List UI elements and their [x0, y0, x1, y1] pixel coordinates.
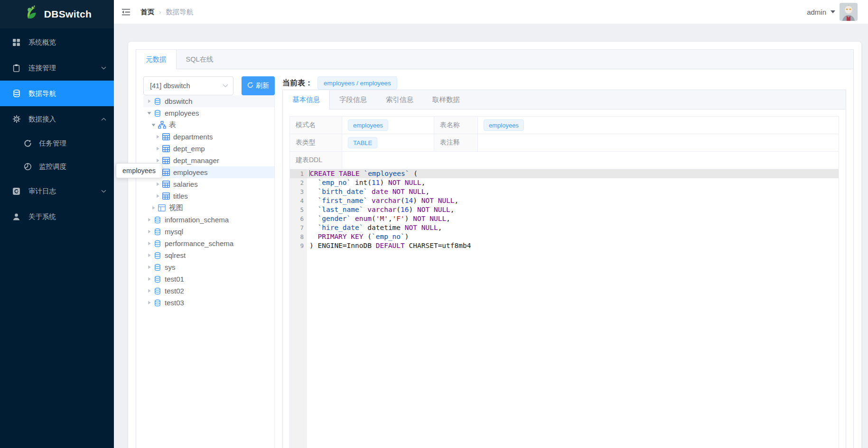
- caret-right-icon[interactable]: [154, 181, 161, 188]
- caret-right-icon[interactable]: [146, 299, 153, 306]
- tree-node-label: salaries: [173, 180, 198, 188]
- sidebar-item-data-access[interactable]: 数据接入: [0, 106, 114, 132]
- db-tree-icon: [154, 240, 162, 247]
- sidebar-collapse-icon[interactable]: [117, 2, 135, 21]
- tree-node-视图[interactable]: 视图: [143, 202, 274, 214]
- table-detail-panel: 当前表： employees / employees 基本信息字段信息索引信息取…: [282, 76, 846, 448]
- caret-right-icon[interactable]: [154, 133, 161, 140]
- tree-node-label: 视图: [169, 203, 183, 212]
- ddl-code-line: `birth_date` date NOT NULL,: [307, 187, 839, 196]
- username: admin: [807, 8, 826, 16]
- sidebar-item-about-system[interactable]: 关于系统: [0, 204, 114, 229]
- sidebar-item-audit-log[interactable]: 审计日志: [0, 178, 114, 204]
- tree-node-sqlrest[interactable]: sqlrest: [143, 249, 274, 261]
- audit-icon: [12, 187, 22, 195]
- caret-right-icon[interactable]: [146, 252, 153, 259]
- sidebar-item-data-navigation[interactable]: 数据导航: [0, 81, 114, 106]
- caret-down-icon[interactable]: [150, 121, 157, 128]
- caret-right-icon[interactable]: [146, 228, 153, 235]
- task-icon: [24, 139, 33, 147]
- tree-node-dept_manager[interactable]: dept_manager: [143, 155, 274, 166]
- tree-node-test03[interactable]: test03: [143, 297, 274, 309]
- tab-metadata[interactable]: 元数据: [136, 50, 177, 69]
- tree-node-表[interactable]: 表: [143, 119, 274, 131]
- outer-tabs: 元数据SQL在线 [41] dbswitch: [136, 49, 854, 448]
- tree-node-salaries[interactable]: salaries: [143, 178, 274, 190]
- ddl-code-line: `emp_no` int(11) NOT NULL,: [307, 178, 839, 187]
- tree-node-label: 表: [169, 120, 176, 129]
- sidebar-item-task-management[interactable]: 任务管理: [0, 132, 114, 155]
- table-icon: [162, 192, 171, 200]
- tree-node-label: performance_schema: [165, 239, 233, 247]
- caret-right-icon[interactable]: [154, 192, 161, 200]
- user-avatar[interactable]: [840, 3, 858, 21]
- breadcrumb-home[interactable]: 首页: [140, 8, 154, 17]
- user-menu[interactable]: admin: [807, 3, 858, 21]
- caret-down-icon: [831, 10, 835, 13]
- tree-node-label: test01: [165, 275, 184, 283]
- tab-sql-online[interactable]: SQL在线: [177, 50, 223, 69]
- tree-node-titles[interactable]: titles: [143, 190, 274, 202]
- schema-tree: dbswitchemployees表departmentsdept_empdep…: [143, 95, 275, 448]
- caret-right-icon[interactable]: [146, 275, 153, 283]
- caret-right-icon[interactable]: [146, 264, 153, 271]
- caret-right-icon[interactable]: [150, 204, 157, 211]
- tree-node-mysql[interactable]: mysql: [143, 226, 274, 238]
- tree-node-label: dept_emp: [173, 145, 205, 153]
- refresh-label: 刷新: [256, 82, 269, 90]
- clipboard-icon: [12, 64, 22, 72]
- tab-column-info[interactable]: 字段信息: [330, 90, 376, 109]
- tree-node-label: departments: [173, 133, 213, 141]
- ddl-code-line: `hire_date` datetime NOT NULL,: [307, 223, 839, 232]
- connection-select[interactable]: [41] dbswitch: [143, 76, 233, 95]
- tree-node-employees[interactable]: employees: [143, 166, 274, 178]
- ddl-line-number: 9: [290, 241, 307, 250]
- ddl-line-number: 5: [290, 205, 307, 214]
- table-type-value: TABLE: [348, 137, 377, 148]
- tree-node-dept_emp[interactable]: dept_emp: [143, 143, 274, 155]
- db-tree-icon: [154, 98, 162, 105]
- table-comment-label: 表注释: [434, 134, 478, 152]
- db-tree-icon: [154, 110, 162, 117]
- refresh-button[interactable]: 刷新: [242, 76, 275, 95]
- caret-right-icon[interactable]: [146, 240, 153, 247]
- tab-basic-info[interactable]: 基本信息: [283, 90, 330, 110]
- tree-node-label: dept_manager: [173, 156, 219, 165]
- caret-right-icon[interactable]: [146, 287, 153, 294]
- caret-down-icon[interactable]: [146, 110, 153, 117]
- tree-node-label: sys: [165, 263, 176, 271]
- tree-node-test01[interactable]: test01: [143, 273, 274, 285]
- sidebar-item-connection-management[interactable]: 连接管理: [0, 55, 114, 81]
- tree-node-performance_schema[interactable]: performance_schema: [143, 238, 274, 249]
- caret-right-icon[interactable]: [154, 145, 161, 152]
- ddl-code-filler: [307, 250, 839, 448]
- tree-node-label: information_schema: [165, 216, 229, 224]
- current-table-tag: employees / employees: [317, 76, 397, 90]
- tree-node-label: mysql: [165, 228, 183, 236]
- user-icon: [12, 213, 22, 221]
- tab-index-info[interactable]: 索引信息: [376, 90, 423, 109]
- sidebar: DBSwitch 系统概览连接管理数据导航数据接入任务管理监控调度审计日志关于系…: [0, 0, 114, 448]
- sidebar-item-monitor-schedule[interactable]: 监控调度: [0, 155, 114, 178]
- ddl-line-number: 2: [290, 178, 307, 187]
- page-content: 元数据SQL在线 [41] dbswitch: [114, 24, 868, 448]
- ddl-code-block[interactable]: 1CREATE TABLE `employees` (2 `emp_no` in…: [290, 169, 839, 448]
- chevron-down-icon: [101, 190, 106, 193]
- app-logo[interactable]: DBSwitch: [0, 0, 114, 28]
- tree-node-dbswitch[interactable]: dbswitch: [143, 95, 274, 107]
- sidebar-item-label: 关于系统: [28, 212, 106, 221]
- tab-sample-data[interactable]: 取样数据: [423, 90, 469, 109]
- breadcrumb: 首页 › 数据导航: [140, 8, 193, 17]
- app-root: DBSwitch 系统概览连接管理数据导航数据接入任务管理监控调度审计日志关于系…: [0, 0, 868, 448]
- sidebar-item-system-overview[interactable]: 系统概览: [0, 29, 114, 55]
- tree-node-label: employees: [173, 168, 208, 176]
- tree-node-employees[interactable]: employees: [143, 107, 274, 119]
- tree-node-departments[interactable]: departments: [143, 131, 274, 143]
- tree-node-information_schema[interactable]: information_schema: [143, 214, 274, 226]
- db-tree-icon: [154, 275, 162, 283]
- tree-node-test02[interactable]: test02: [143, 285, 274, 297]
- caret-right-icon[interactable]: [146, 216, 153, 223]
- caret-right-icon[interactable]: [146, 98, 153, 105]
- sidebar-item-label: 监控调度: [39, 162, 106, 171]
- tree-node-sys[interactable]: sys: [143, 261, 274, 273]
